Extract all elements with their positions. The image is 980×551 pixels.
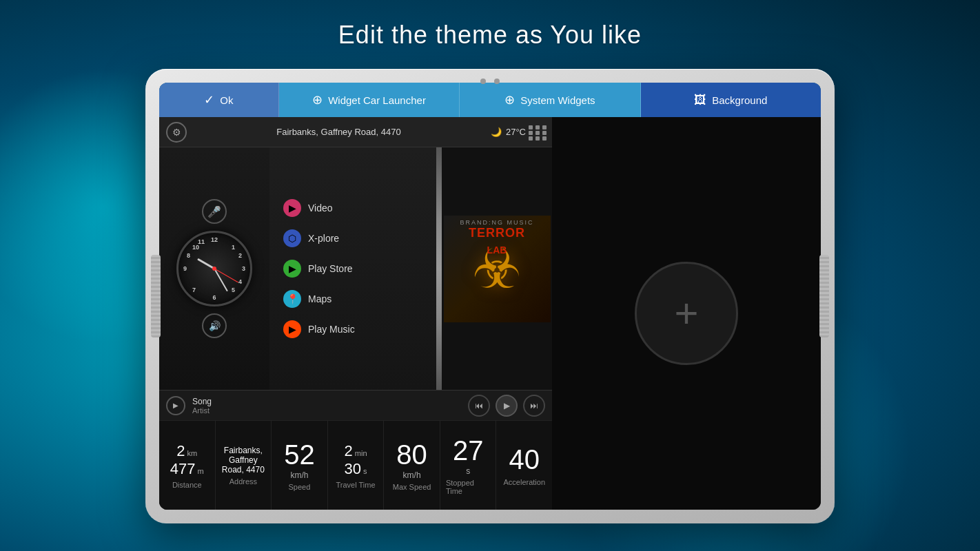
album-brand-label: BRAND:NG MUSIC [444, 219, 551, 226]
add-widget-button[interactable]: + [635, 262, 738, 365]
playstore-app-label: Play Store [308, 263, 353, 274]
distance-sub-value: 477 m [170, 460, 204, 478]
travel-time-label: Travel Time [336, 481, 376, 489]
mic-button[interactable]: 🎤 [202, 199, 227, 224]
list-item[interactable]: ▶ Video [276, 195, 429, 221]
stats-section: 2 km 477 m Distance Fairbanks, Gaffney R… [159, 420, 552, 510]
weather-section: 🌙 27°C [491, 127, 526, 137]
top-bar: ⚙ Fairbanks, Gaffney Road, 4470 🌙 27°C [159, 117, 552, 147]
distance-main-value: 2 km [176, 442, 197, 460]
speed-value: 52 [284, 439, 315, 470]
acceleration-value: 40 [509, 444, 540, 475]
playmusic-app-icon: ▶ [283, 320, 301, 338]
background-button[interactable]: 🖼 Background [641, 83, 821, 117]
song-info: Song Artist [192, 397, 461, 415]
album-subtitle: LAB [444, 245, 551, 256]
right-panel: + [552, 117, 821, 510]
page-title: Edit the theme as You like [0, 21, 980, 50]
speaker-right [819, 255, 829, 337]
album-art: BRAND:NG MUSIC TERROR LAB ☣ [444, 216, 551, 322]
max-speed-label: Max Speed [393, 483, 431, 491]
clock-section: 🎤 12 3 6 9 1 2 4 5 7 8 10 [159, 147, 269, 390]
playmusic-app-label: Play Music [308, 324, 355, 335]
widget-car-button[interactable]: ⊕ Widget Car Launcher [279, 83, 460, 117]
song-artist: Artist [192, 406, 461, 415]
tablet-frame: ✓ Ok ⊕ Widget Car Launcher ⊕ System Widg… [145, 69, 835, 523]
address-value: Fairbanks, Gaffney Road, 4470 [221, 446, 266, 475]
stopped-time-label: Stopped Time [446, 479, 491, 495]
stat-distance: 2 km 477 m Distance [159, 421, 216, 510]
stat-address: Fairbanks, Gaffney Road, 4470 Address [216, 421, 272, 510]
travel-time-sub: 30 s [345, 460, 367, 478]
video-app-label: Video [308, 202, 333, 214]
play-pause-button[interactable]: ▶ [496, 395, 518, 417]
media-controls: ⏮ ▶ ⏭ [468, 395, 545, 417]
background-label: Background [712, 94, 767, 106]
fast-forward-button[interactable]: ⏭ [523, 395, 545, 417]
image-icon: 🖼 [694, 93, 706, 107]
toolbar: ✓ Ok ⊕ Widget Car Launcher ⊕ System Widg… [159, 83, 821, 117]
list-item[interactable]: 📍 Maps [276, 286, 429, 312]
max-speed-value: 80 [396, 439, 427, 470]
video-app-icon: ▶ [283, 199, 301, 217]
list-item[interactable]: ▶ Play Store [276, 256, 429, 282]
tablet-camera-dots [480, 79, 500, 84]
speed-label: Speed [289, 483, 311, 491]
media-play-small-button[interactable]: ▶ [166, 396, 185, 415]
album-section: BRAND:NG MUSIC TERROR LAB ☣ [442, 147, 552, 390]
stat-stopped-time: 27 s Stopped Time [440, 421, 497, 510]
launcher-body: 🎤 12 3 6 9 1 2 4 5 7 8 10 [159, 147, 552, 390]
xplore-app-label: X-plore [308, 233, 339, 244]
grid-menu-button[interactable] [526, 123, 545, 142]
rewind-button[interactable]: ⏮ [468, 395, 490, 417]
maps-app-label: Maps [308, 293, 331, 304]
media-bar: ▶ Song Artist ⏮ ▶ ⏭ [159, 390, 552, 420]
system-widgets-label: System Widgets [520, 94, 595, 106]
speaker-left [151, 255, 161, 337]
album-title: TERROR [444, 226, 551, 240]
tablet-screen: ✓ Ok ⊕ Widget Car Launcher ⊕ System Widg… [159, 83, 821, 510]
max-speed-unit: km/h [403, 470, 421, 480]
list-item[interactable]: ⬡ X-plore [276, 225, 429, 251]
camera-dot-2 [494, 79, 500, 84]
address-label: Address [229, 477, 257, 486]
camera-dot-1 [480, 79, 486, 84]
plus-circle-icon: ⊕ [312, 92, 323, 107]
stat-max-speed: 80 km/h Max Speed [384, 421, 440, 510]
location-text: Fairbanks, Gaffney Road, 4470 [187, 127, 491, 137]
weather-moon-icon: 🌙 [491, 127, 502, 137]
distance-label: Distance [172, 481, 202, 489]
travel-time-main: 2 min [345, 442, 367, 460]
main-content: ⚙ Fairbanks, Gaffney Road, 4470 🌙 27°C [159, 117, 821, 510]
car-launcher-panel: ⚙ Fairbanks, Gaffney Road, 4470 🌙 27°C [159, 117, 552, 510]
stopped-time-unit: s [466, 466, 470, 476]
temperature-text: 27°C [506, 127, 526, 137]
chrome-divider [436, 147, 442, 390]
volume-button[interactable]: 🔊 [202, 313, 227, 338]
stat-speed: 52 km/h Speed [272, 421, 328, 510]
add-widget-plus-icon: + [674, 293, 698, 334]
playstore-app-icon: ▶ [283, 260, 301, 278]
acceleration-label: Acceleration [503, 478, 545, 486]
xplore-app-icon: ⬡ [283, 229, 301, 247]
speed-unit: km/h [290, 470, 308, 480]
ok-button[interactable]: ✓ Ok [159, 83, 279, 117]
clock-center-dot [212, 267, 216, 271]
stat-travel-time: 2 min 30 s Travel Time [328, 421, 385, 510]
check-icon: ✓ [204, 92, 214, 107]
list-item[interactable]: ▶ Play Music [276, 316, 429, 342]
system-widgets-button[interactable]: ⊕ System Widgets [460, 83, 640, 117]
analog-clock: 12 3 6 9 1 2 4 5 7 8 10 11 [176, 231, 252, 306]
maps-app-icon: 📍 [283, 290, 301, 308]
settings-gear-button[interactable]: ⚙ [166, 122, 187, 143]
stat-acceleration: 40 Acceleration [496, 421, 552, 510]
stopped-time-value: 27 [453, 435, 484, 466]
widget-car-label: Widget Car Launcher [328, 94, 426, 106]
ok-label: Ok [220, 94, 233, 106]
plus-circle-icon2: ⊕ [504, 92, 515, 107]
song-title: Song [192, 397, 461, 406]
apps-list: ▶ Video ⬡ X-plore ▶ Play Store 📍 [269, 147, 436, 390]
